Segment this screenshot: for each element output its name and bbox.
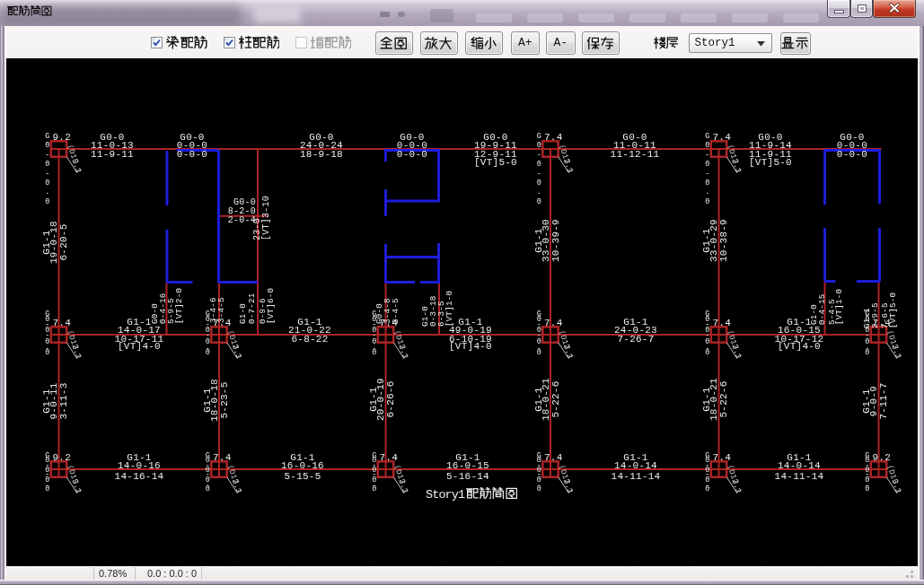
svg-text:10-38-9: 10-38-9 [718, 219, 729, 262]
svg-text:0: 0 [705, 179, 709, 188]
svg-text:3.1: 3.1 [890, 344, 902, 361]
svg-text:7-26-7: 7-26-7 [617, 334, 654, 345]
svg-text:0: 0 [537, 160, 541, 169]
svg-text:0: 0 [45, 197, 49, 206]
svg-text:5-23-5: 5-23-5 [219, 381, 230, 418]
svg-text:3.1: 3.1 [231, 478, 243, 495]
svg-text:6-26-6: 6-26-6 [385, 380, 396, 417]
svg-text:5-22-6: 5-22-6 [550, 380, 561, 417]
svg-text:7.4: 7.4 [544, 318, 563, 328]
svg-text:[VT]1-0: [VT]1-0 [834, 289, 844, 325]
svg-text:[VT]4-0: [VT]4-0 [118, 341, 161, 352]
svg-text:0: 0 [537, 348, 541, 357]
svg-text:3.1: 3.1 [397, 478, 409, 495]
svg-text:G: G [537, 132, 541, 141]
svg-text:7.4: 7.4 [544, 132, 563, 143]
svg-text:0: 0 [206, 485, 210, 493]
svg-text:3.1: 3.1 [562, 478, 575, 495]
svg-text:3.1: 3.1 [730, 478, 743, 495]
svg-text:0: 0 [45, 141, 49, 150]
svg-text:11-9-11: 11-9-11 [91, 149, 134, 160]
svg-text:2-9-5: 2-9-5 [870, 302, 880, 328]
svg-text:7.4: 7.4 [713, 452, 732, 463]
svg-text:[VT]5-0: [VT]5-0 [888, 292, 898, 328]
svg-text:3.1: 3.1 [730, 158, 743, 175]
svg-text:0-0-0: 0-0-0 [837, 149, 867, 160]
svg-text:7.4: 7.4 [544, 452, 563, 463]
svg-text:.: . [705, 188, 709, 196]
svg-text:3-4-5: 3-4-5 [391, 298, 400, 324]
svg-text:0: 0 [45, 485, 49, 493]
svg-text:0: 0 [705, 348, 709, 357]
svg-text:G: G [705, 132, 709, 141]
svg-text:3.1: 3.1 [730, 344, 743, 361]
svg-text:[VT]5-0: [VT]5-0 [474, 157, 517, 168]
svg-text:0: 0 [705, 485, 709, 493]
svg-text:3.1: 3.1 [562, 344, 575, 361]
svg-text:[VT]4-0: [VT]4-0 [778, 341, 821, 352]
svg-text:0: 0 [865, 485, 869, 493]
svg-text:6-8-22: 6-8-22 [291, 334, 328, 345]
svg-text:9.2: 9.2 [873, 452, 892, 463]
svg-text:-: - [45, 151, 49, 160]
svg-text:7.4: 7.4 [713, 318, 732, 328]
svg-text:9.2: 9.2 [53, 452, 72, 463]
svg-text:0: 0 [537, 179, 541, 188]
svg-text:0: 0 [537, 141, 541, 150]
svg-text:14-16-14: 14-16-14 [115, 471, 164, 482]
svg-text:5-22-6: 5-22-6 [718, 380, 729, 417]
svg-text:3.1: 3.1 [70, 158, 83, 175]
svg-text:0: 0 [705, 160, 709, 169]
svg-text:14-0-14: 14-0-14 [778, 460, 821, 471]
svg-text:16-0-15: 16-0-15 [446, 460, 489, 471]
svg-text:-: - [537, 151, 541, 160]
svg-text:3.1: 3.1 [890, 478, 902, 495]
svg-text:0: 0 [45, 160, 49, 169]
svg-text:0-0-0: 0-0-0 [177, 149, 207, 160]
svg-text:[VT]4-0: [VT]4-0 [449, 341, 492, 352]
svg-text:.: . [45, 188, 49, 196]
svg-text:0-0-0: 0-0-0 [397, 149, 427, 160]
svg-text:3.1: 3.1 [70, 344, 83, 361]
svg-text:3.1: 3.1 [70, 478, 83, 495]
svg-text:0: 0 [45, 179, 49, 188]
svg-text:5-16-14: 5-16-14 [446, 471, 489, 482]
svg-text:16-0-16: 16-0-16 [281, 460, 324, 471]
svg-text:Story1: Story1 [426, 488, 465, 502]
svg-text:-: - [537, 170, 541, 179]
svg-text:[VT]3-10: [VT]3-10 [261, 196, 271, 240]
svg-text:[VT]2-0: [VT]2-0 [174, 288, 184, 324]
svg-text:0: 0 [705, 141, 709, 150]
svg-text:7.4: 7.4 [380, 452, 399, 463]
svg-text:-: - [705, 170, 709, 179]
svg-text:0: 0 [206, 348, 210, 357]
svg-text:18-9-18: 18-9-18 [300, 149, 343, 160]
svg-text:0: 0 [537, 485, 541, 493]
svg-text:.: . [537, 188, 541, 196]
svg-text:3-11-3: 3-11-3 [58, 382, 69, 419]
svg-text:3.1: 3.1 [231, 344, 243, 361]
svg-text:3.1: 3.1 [562, 158, 575, 175]
svg-text:0: 0 [537, 197, 541, 206]
svg-text:[VT]5-0: [VT]5-0 [749, 157, 792, 168]
svg-text:[VT]6-0: [VT]6-0 [266, 288, 276, 324]
svg-text:0-4-15: 0-4-15 [817, 293, 827, 325]
svg-text:0: 0 [372, 348, 376, 357]
svg-text:0-7-21: 0-7-21 [247, 292, 257, 324]
svg-text:7.4: 7.4 [53, 318, 72, 328]
svg-text:0: 0 [705, 197, 709, 206]
svg-text:10-39-9: 10-39-9 [550, 219, 561, 262]
svg-text:G: G [45, 132, 49, 141]
svg-text:-: - [45, 170, 49, 179]
svg-text:7-11-7: 7-11-7 [878, 382, 889, 419]
svg-text:-: - [705, 151, 709, 160]
svg-text:3.1: 3.1 [397, 344, 409, 361]
svg-text:14-0-14: 14-0-14 [614, 460, 657, 471]
svg-text:14-11-14: 14-11-14 [612, 471, 661, 482]
svg-text:14-0-16: 14-0-16 [118, 460, 161, 471]
svg-text:14-11-14: 14-11-14 [775, 471, 824, 482]
svg-text:5-15-5: 5-15-5 [284, 471, 321, 482]
svg-text:0: 0 [45, 348, 49, 357]
svg-text:7.4: 7.4 [213, 452, 232, 463]
svg-text:0: 0 [372, 485, 376, 493]
